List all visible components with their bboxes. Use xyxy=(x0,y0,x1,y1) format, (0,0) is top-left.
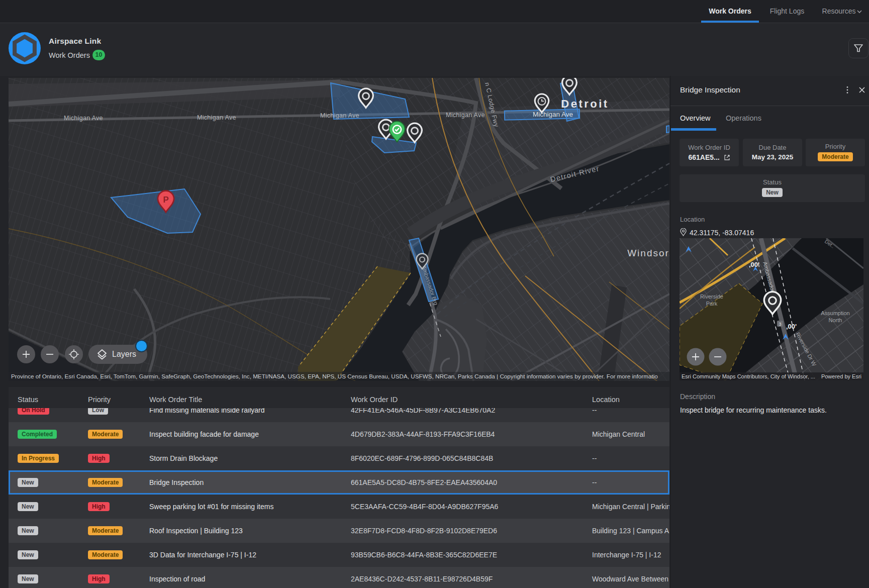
svg-text:P: P xyxy=(163,195,168,205)
svg-text:Michigan Ave: Michigan Ave xyxy=(197,114,236,121)
svg-text:Michigan Ave: Michigan Ave xyxy=(446,112,485,119)
svg-text:Detroit: Detroit xyxy=(561,97,609,110)
svg-text:North: North xyxy=(829,317,842,323)
svg-text:,00': ,00' xyxy=(749,261,759,268)
svg-text:Park: Park xyxy=(706,301,718,307)
svg-text:Michigan Ave: Michigan Ave xyxy=(533,111,573,118)
svg-text:Michigan Ave: Michigan Ave xyxy=(64,115,103,122)
svg-text:Assumption: Assumption xyxy=(821,310,849,316)
svg-text:,00': ,00' xyxy=(786,323,797,330)
svg-text:Windsor: Windsor xyxy=(627,248,669,258)
svg-text:3: 3 xyxy=(779,322,781,327)
svg-text:Michigan Ave: Michigan Ave xyxy=(320,112,359,119)
svg-text:Riverside: Riverside xyxy=(700,293,723,300)
